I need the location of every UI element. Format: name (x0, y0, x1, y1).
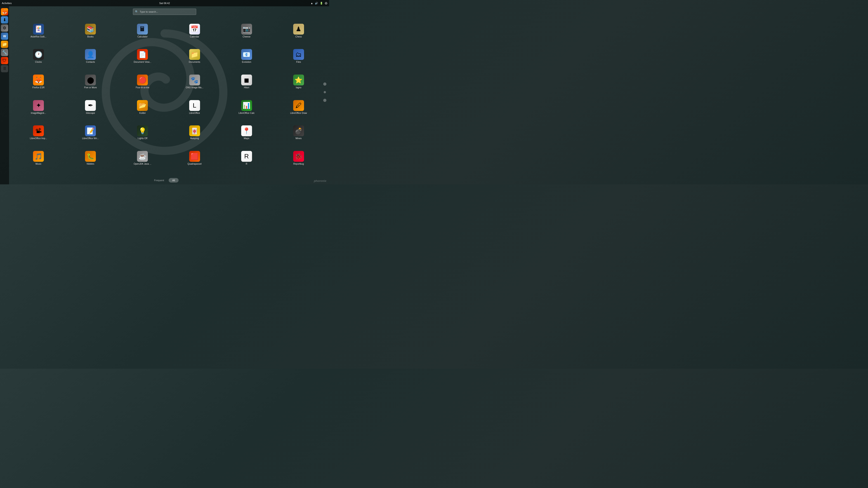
top-bar: Activities Sat 06:42 ▲ 🔊 🔋 ⏻ (0, 0, 329, 6)
app-label-30: Music (35, 163, 41, 165)
bottom-bar: Frequent All (0, 176, 329, 184)
app-item-documents[interactable]: 📁Documents (184, 48, 205, 65)
app-item-nibbles[interactable]: 🐛Nibbles (80, 150, 101, 166)
app-label-1: Books (87, 35, 94, 38)
app-item-reportbug[interactable]: 🐞Reportbug (288, 150, 309, 166)
app-item-music[interactable]: 🎵Music (28, 150, 49, 166)
app-item-aisleriot-solit---[interactable]: 🃏AisleRiot Solit... (28, 22, 49, 39)
app-icon-33: 🟥 (189, 151, 200, 162)
dock-updates[interactable]: ⬇ (1, 16, 8, 24)
sidebar-dots (323, 83, 327, 102)
dock-apps[interactable]: ⠿ (1, 65, 8, 72)
app-item-openjdk-java----[interactable]: ☕OpenJDK Java ... (132, 150, 153, 166)
app-item-books[interactable]: 📚Books (80, 22, 101, 39)
sidebar-dot-3 (323, 99, 327, 102)
dock-firefox[interactable]: 🦊 (1, 8, 8, 15)
activities-label[interactable]: Activities (2, 2, 11, 4)
app-item-gnu-image-ma---[interactable]: 🐾GNU Image Ma... (184, 73, 205, 90)
app-icon-24: 📽 (33, 125, 44, 136)
app-item-five-or-more[interactable]: ⬤Five or More (80, 73, 101, 90)
app-item-calculator[interactable]: 🖩Calculator (132, 22, 153, 39)
app-item-mines[interactable]: 💣Mines (288, 124, 309, 141)
app-icon-6: 🕐 (33, 49, 44, 60)
volume-icon[interactable]: 🔊 (315, 2, 318, 5)
app-icon-14: 🔴 (137, 74, 148, 86)
app-item-iagno[interactable]: ⭐Iagno (288, 73, 309, 90)
app-icon-25: 📝 (85, 125, 96, 136)
app-icon-8: 📄 (137, 49, 148, 60)
app-item-hitori[interactable]: ◼Hitori (237, 73, 257, 90)
app-label-32: OpenJDK Java ... (133, 163, 151, 165)
app-icon-16: ◼ (241, 74, 252, 86)
app-item-chess[interactable]: ♟Chess (288, 22, 309, 39)
app-icon-26: 💡 (137, 125, 148, 136)
app-label-14: Four-in-a-row (135, 86, 149, 89)
app-icon-19: ✒ (85, 100, 96, 111)
app-item-mahjong[interactable]: 🀄Mahjong (184, 124, 205, 141)
dock-settings[interactable]: ⚙ (1, 24, 8, 32)
dock-files[interactable]: 📁 (1, 41, 8, 48)
app-label-27: Mahjong (190, 137, 199, 140)
app-icon-18: ✦ (33, 100, 44, 111)
app-label-22: LibreOffice Calc (239, 112, 254, 114)
dock-writer[interactable]: W (1, 33, 8, 40)
app-item-contacts[interactable]: 👤Contacts (80, 48, 101, 65)
app-label-18: ImageMagick... (31, 112, 46, 114)
app-icon-2: 🖩 (137, 24, 148, 35)
app-label-2: Calculator (137, 35, 148, 38)
app-icon-23: 🖊 (293, 100, 304, 111)
app-item-cheese[interactable]: 📷Cheese (237, 22, 257, 39)
search-icon: 🔍 (135, 10, 138, 13)
search-bar[interactable]: 🔍 Type to search... (133, 8, 196, 15)
app-item-files[interactable]: 🗂Files (288, 48, 309, 65)
app-item-calendar[interactable]: 📅Calendar (184, 22, 205, 39)
app-icon-28: 📍 (241, 125, 252, 136)
app-label-7: Contacts (86, 61, 95, 63)
app-label-15: GNU Image Ma... (186, 86, 204, 89)
app-item-kolibri[interactable]: 📂Kolibri (132, 99, 153, 116)
app-label-25: LibreOffice Wri... (82, 137, 99, 140)
dock-config[interactable]: 🔧 (1, 49, 8, 56)
app-item-maps[interactable]: 📍Maps (237, 124, 257, 141)
app-icon-30: 🎵 (33, 151, 44, 162)
dock-rescue[interactable]: 🛡 (1, 57, 8, 64)
app-item-libreoffice-calc[interactable]: 📊LibreOffice Calc (237, 99, 257, 116)
app-icon-27: 🀄 (189, 125, 200, 136)
top-bar-left: Activities (2, 2, 11, 4)
app-label-13: Five or More (84, 86, 97, 89)
app-item-document-view---[interactable]: 📄Document View... (132, 48, 153, 65)
app-item-libreoffice-imp---[interactable]: 📽LibreOffice Imp... (28, 124, 49, 141)
tab-frequent[interactable]: Frequent (151, 178, 168, 183)
app-item-libreoffice-draw[interactable]: 🖊LibreOffice Draw (288, 99, 309, 116)
app-label-17: Iagno (296, 86, 301, 89)
app-item-four-in-a-row[interactable]: 🔴Four-in-a-row (132, 73, 153, 90)
app-icon-4: 📷 (241, 24, 252, 35)
app-item-lights-off[interactable]: 💡Lights Off (132, 124, 153, 141)
app-icon-12: 🦊 (33, 74, 44, 86)
app-item-libreoffice-wri---[interactable]: 📝LibreOffice Wri... (80, 124, 101, 141)
app-icon-3: 📅 (189, 24, 200, 35)
app-label-8: Document View... (134, 61, 151, 63)
app-label-21: LibreOffice (189, 112, 200, 114)
app-label-33: Quadrapassel (187, 163, 202, 165)
tab-all[interactable]: All (168, 178, 179, 183)
app-item-evolution[interactable]: 📧Evolution (237, 48, 257, 65)
app-item-imagemagick---[interactable]: ✦ImageMagick... (28, 99, 49, 116)
app-item-quadrapassel[interactable]: 🟥Quadrapassel (184, 150, 205, 166)
app-item-libreoffice[interactable]: LLibreOffice (184, 99, 205, 116)
app-label-29: Mines (296, 137, 302, 140)
app-item-firefox-esr[interactable]: 🦊Firefox ESR (28, 73, 49, 90)
app-icon-32: ☕ (137, 151, 148, 162)
app-item-inkscape[interactable]: ✒Inkscape (80, 99, 101, 116)
app-label-12: Firefox ESR (32, 86, 44, 89)
app-label-23: LibreOffice Draw (290, 112, 307, 114)
power-icon[interactable]: ⏻ (325, 2, 327, 4)
app-icon-15: 🐾 (189, 74, 200, 86)
app-label-4: Cheese (243, 35, 250, 38)
app-icon-35: 🐞 (293, 151, 304, 162)
app-item-clocks[interactable]: 🕐Clocks (28, 48, 49, 65)
app-icon-11: 🗂 (293, 49, 304, 60)
app-label-31: Nibbles (87, 163, 94, 165)
app-item-r[interactable]: RR (237, 150, 257, 166)
app-label-28: Maps (244, 137, 249, 140)
